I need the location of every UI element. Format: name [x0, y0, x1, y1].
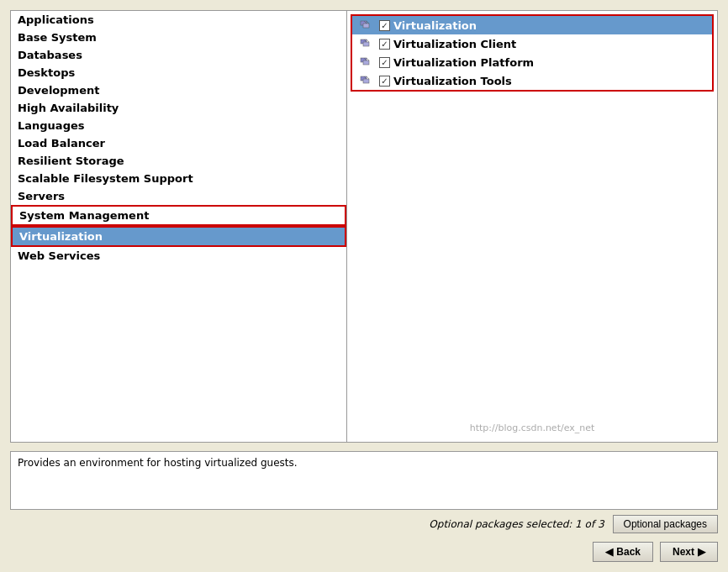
sidebar-item-resilient-storage[interactable]: Resilient Storage: [11, 152, 346, 170]
sidebar-item-system-management[interactable]: System Management: [11, 205, 346, 226]
package-item-virtualization-client[interactable]: ✓Virtualization Client: [352, 34, 712, 53]
back-label: Back: [616, 546, 641, 558]
sidebar-item-high-availability[interactable]: High Availability: [11, 99, 346, 117]
sidebar-item-web-services[interactable]: Web Services: [11, 247, 346, 265]
svg-line-3: [367, 21, 369, 24]
package-checkbox-virtualization-client[interactable]: ✓: [379, 39, 390, 50]
sidebar-item-base-system[interactable]: Base System: [11, 29, 346, 46]
package-list: ✓Virtualization ✓Virtualization Client ✓…: [347, 11, 717, 442]
package-icon: [359, 37, 376, 50]
sidebar-item-applications[interactable]: Applications: [11, 11, 346, 29]
category-list: ApplicationsBase SystemDatabasesDesktops…: [11, 11, 347, 442]
description-box: Provides an environment for hosting virt…: [10, 451, 718, 510]
main-container: ApplicationsBase SystemDatabasesDesktops…: [0, 0, 728, 572]
sidebar-item-servers[interactable]: Servers: [11, 187, 346, 205]
back-button[interactable]: ◀ Back: [593, 542, 653, 562]
sidebar-item-databases[interactable]: Databases: [11, 46, 346, 64]
optional-selected-label: Optional packages selected: 1 of 3: [429, 518, 604, 530]
svg-rect-13: [363, 79, 369, 83]
package-label-virtualization-main: Virtualization: [393, 19, 477, 32]
watermark: http://blog.csdn.net/ex_net: [470, 422, 595, 433]
package-label-virtualization-tools: Virtualization Tools: [393, 75, 512, 87]
package-item-virtualization-platform[interactable]: ✓Virtualization Platform: [352, 53, 712, 71]
svg-line-7: [367, 39, 369, 42]
sidebar-item-load-balancer[interactable]: Load Balancer: [11, 134, 346, 152]
package-item-virtualization-tools[interactable]: ✓Virtualization Tools: [352, 71, 712, 90]
top-panel: ApplicationsBase SystemDatabasesDesktops…: [10, 10, 718, 443]
back-arrow-icon: ◀: [605, 546, 613, 558]
svg-rect-9: [363, 60, 369, 65]
package-icon: [359, 55, 376, 69]
bottom-section: Provides an environment for hosting virt…: [10, 451, 718, 562]
package-checkbox-virtualization-platform[interactable]: ✓: [379, 57, 390, 68]
sidebar-item-virtualization[interactable]: Virtualization: [11, 226, 346, 247]
package-checkbox-virtualization-main[interactable]: ✓: [379, 20, 390, 31]
next-label: Next: [673, 546, 694, 558]
next-arrow-icon: ▶: [698, 546, 705, 558]
svg-line-11: [367, 58, 369, 60]
package-label-virtualization-platform: Virtualization Platform: [393, 56, 534, 69]
svg-line-15: [367, 76, 369, 79]
svg-rect-5: [363, 42, 369, 46]
package-item-virtualization-main[interactable]: ✓Virtualization: [352, 16, 712, 34]
optional-row: Optional packages selected: 1 of 3 Optio…: [10, 515, 718, 533]
svg-rect-1: [363, 24, 369, 28]
sidebar-item-desktops[interactable]: Desktops: [11, 64, 346, 81]
package-label-virtualization-client: Virtualization Client: [393, 38, 516, 50]
package-checkbox-virtualization-tools[interactable]: ✓: [379, 76, 390, 87]
optional-packages-button[interactable]: Optional packages: [613, 515, 718, 533]
nav-row: ◀ Back Next ▶: [10, 542, 718, 562]
package-icon: [359, 18, 376, 32]
sidebar-item-scalable-filesystem[interactable]: Scalable Filesystem Support: [11, 170, 346, 187]
virt-group: ✓Virtualization ✓Virtualization Client ✓…: [351, 14, 714, 92]
next-button[interactable]: Next ▶: [660, 542, 718, 562]
description-text: Provides an environment for hosting virt…: [18, 457, 298, 469]
sidebar-item-development[interactable]: Development: [11, 81, 346, 99]
package-icon: [359, 74, 376, 87]
sidebar-item-languages[interactable]: Languages: [11, 117, 346, 134]
